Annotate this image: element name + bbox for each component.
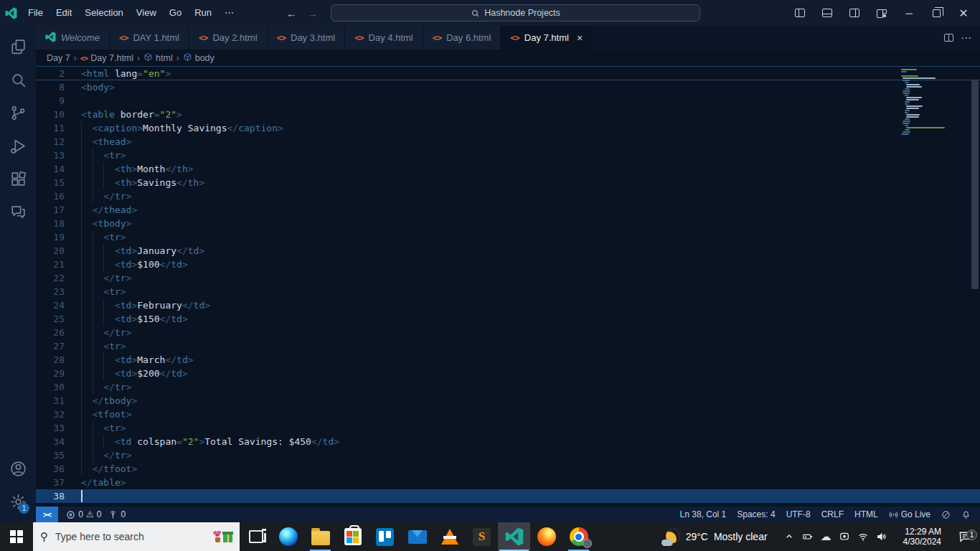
code-line[interactable]: 2<html lang="en">: [36, 67, 980, 80]
taskbar-app-trello[interactable]: [369, 522, 401, 551]
code-line[interactable]: 19<tr>: [36, 230, 980, 244]
code-line[interactable]: 34<td colspan="2">Total Savings: $450</t…: [36, 435, 980, 448]
code-line[interactable]: 30</tr>: [36, 380, 980, 394]
tab-day-2-html[interactable]: <>Day 2.html: [189, 26, 268, 50]
menu-run[interactable]: Run: [188, 4, 218, 22]
action-center-button[interactable]: 1: [950, 529, 980, 544]
start-button[interactable]: [0, 522, 33, 551]
status-crlf[interactable]: CRLF: [819, 509, 846, 519]
activity-settings-gear-icon[interactable]: 1: [1, 485, 35, 518]
weather-widget[interactable]: 29°C Mostly clear: [653, 527, 776, 546]
forward-arrow-icon[interactable]: →: [307, 7, 318, 19]
menu-view[interactable]: View: [130, 4, 163, 22]
activity-account-icon[interactable]: [1, 452, 35, 485]
taskbar-app-vlc[interactable]: [433, 522, 466, 551]
code-line[interactable]: 14<th>Month</th>: [36, 162, 980, 176]
code-line[interactable]: 28<td>March</td>: [36, 353, 980, 367]
taskbar-app-firefox[interactable]: [530, 522, 562, 551]
menu-go[interactable]: Go: [163, 4, 188, 22]
customize-layout-icon[interactable]: [870, 3, 894, 23]
ports-indicator[interactable]: 0: [105, 509, 129, 519]
code-line[interactable]: 18<tbody>: [36, 217, 980, 230]
code-line[interactable]: 22</tr>: [36, 271, 980, 285]
status-utf-8[interactable]: UTF-8: [784, 509, 813, 519]
taskbar-app-mail[interactable]: [401, 522, 433, 551]
taskbar-app-edge[interactable]: [272, 522, 304, 551]
code-line[interactable]: 38: [36, 489, 980, 503]
more-actions-icon[interactable]: ⋯: [961, 32, 971, 44]
code-line[interactable]: 29<td>$200</td>: [36, 367, 980, 380]
code-line[interactable]: 33<tr>: [36, 421, 980, 435]
code-line[interactable]: 31</tbody>: [36, 394, 980, 408]
scrollbar-thumb[interactable]: [971, 80, 979, 289]
code-line[interactable]: 10<table border="2">: [36, 108, 980, 121]
go-live-button[interactable]: Go Live: [887, 509, 933, 519]
code-line[interactable]: 35</tr>: [36, 448, 980, 462]
activity-run-debug-icon[interactable]: [1, 129, 35, 162]
code-line[interactable]: 23<tr>: [36, 285, 980, 298]
code-editor[interactable]: 2<html lang="en">8<body>910<table border…: [36, 66, 980, 507]
code-line[interactable]: 20<td>January</td>: [36, 244, 980, 258]
breadcrumb-item-day-7-html[interactable]: <>Day 7.html: [80, 53, 133, 63]
code-line[interactable]: 24<td>February</td>: [36, 298, 980, 312]
menu-edit[interactable]: Edit: [50, 4, 78, 22]
tab-day-7-html[interactable]: <>Day 7.html×: [501, 26, 593, 50]
tab-welcome[interactable]: Welcome: [36, 26, 110, 50]
code-line[interactable]: 8<body>: [36, 80, 980, 94]
code-line[interactable]: 21<td>$100</td>: [36, 258, 980, 271]
code-line[interactable]: 27<tr>: [36, 339, 980, 353]
restore-button[interactable]: [924, 3, 948, 23]
status-ln-38-col-1[interactable]: Ln 38, Col 1: [678, 509, 729, 519]
tab-close-icon[interactable]: ×: [577, 32, 583, 44]
activity-source-control-icon[interactable]: [1, 96, 35, 129]
code-line[interactable]: 26</tr>: [36, 326, 980, 339]
activity-explorer-icon[interactable]: [1, 30, 35, 63]
taskbar-app-vscode[interactable]: [498, 522, 530, 551]
breadcrumb-item-body[interactable]: body: [183, 52, 215, 64]
tab-day-6-html[interactable]: <>Day 6.html: [423, 26, 501, 50]
vertical-scrollbar[interactable]: [970, 67, 980, 507]
status-spaces-4[interactable]: Spaces: 4: [735, 509, 777, 519]
code-line[interactable]: 32<tfoot>: [36, 408, 980, 421]
toggle-primary-sidebar-icon[interactable]: [788, 3, 812, 23]
menu-[interactable]: ⋯: [218, 4, 240, 22]
code-line[interactable]: 11<caption>Monthly Savings</caption>: [36, 121, 980, 135]
tab-day-3-html[interactable]: <>Day 3.html: [268, 26, 346, 50]
prettier-disabled-icon[interactable]: [939, 510, 953, 519]
tab-day-1-html[interactable]: <>DAY 1.html: [110, 26, 189, 50]
problems-indicator[interactable]: 0 ⚠ 0: [62, 509, 105, 519]
taskbar-clock[interactable]: 12:29 AM 4/30/2024: [895, 527, 950, 547]
tray-expand-icon[interactable]: [783, 531, 795, 542]
back-arrow-icon[interactable]: ←: [286, 7, 297, 19]
menu-selection[interactable]: Selection: [78, 4, 129, 22]
command-center-search[interactable]: Hashnode Projects: [331, 4, 700, 22]
code-line[interactable]: 36</tfoot>: [36, 462, 980, 476]
activity-chat-icon[interactable]: [1, 195, 35, 228]
remote-indicator[interactable]: ><: [36, 507, 58, 522]
taskbar-search-box[interactable]: ⚲ Type here to search: [33, 522, 240, 551]
taskbar-app-chrome[interactable]: [562, 522, 595, 551]
notifications-bell-icon[interactable]: [959, 510, 973, 519]
breadcrumb-item-day-7[interactable]: Day 7: [47, 53, 70, 63]
breadcrumb-item-html[interactable]: html: [143, 52, 173, 64]
wifi-icon[interactable]: [857, 531, 869, 542]
menu-file[interactable]: File: [22, 4, 50, 22]
minimap[interactable]: [897, 67, 969, 138]
meet-now-icon[interactable]: [839, 531, 850, 542]
status-html[interactable]: HTML: [852, 509, 880, 519]
close-button[interactable]: ✕: [951, 3, 976, 23]
minimize-button[interactable]: ─: [897, 3, 921, 23]
activity-search-icon[interactable]: [1, 63, 35, 96]
code-line[interactable]: 12<thead>: [36, 135, 980, 149]
code-line[interactable]: 16</tr>: [36, 189, 980, 203]
toggle-secondary-sidebar-icon[interactable]: [842, 3, 867, 23]
taskbar-app-task-view[interactable]: [240, 522, 272, 551]
taskbar-app-file-explorer[interactable]: [304, 522, 336, 551]
code-line[interactable]: 9: [36, 94, 980, 108]
taskbar-app-sublime-text[interactable]: S: [466, 522, 498, 551]
code-line[interactable]: 25<td>$150</td>: [36, 312, 980, 326]
volume-icon[interactable]: [876, 531, 887, 542]
code-line[interactable]: 13<tr>: [36, 149, 980, 162]
split-editor-icon[interactable]: [944, 34, 953, 42]
code-line[interactable]: 37</table>: [36, 476, 980, 489]
